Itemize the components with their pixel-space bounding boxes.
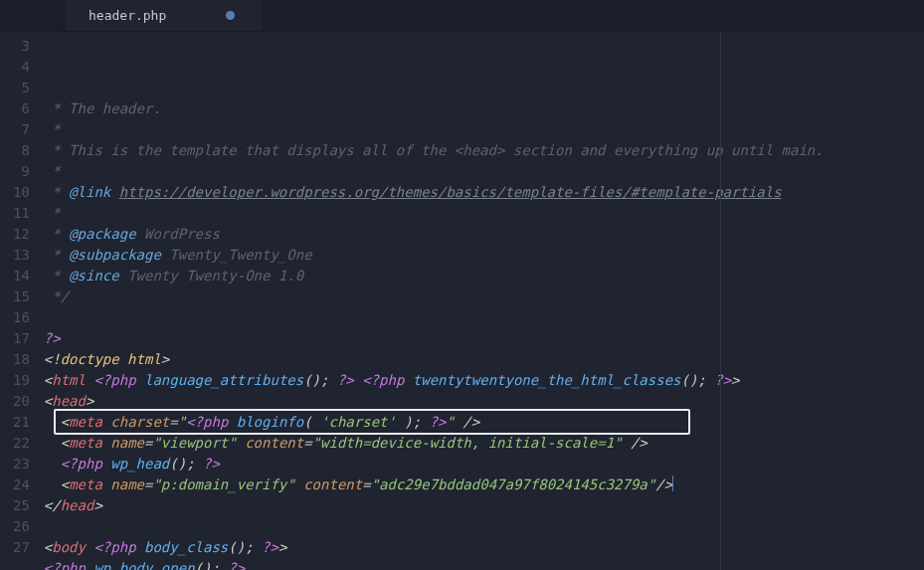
- line-number: 11: [0, 203, 30, 224]
- line-number: 23: [0, 454, 30, 475]
- code-line: *: [44, 161, 924, 182]
- line-number: 13: [0, 245, 30, 266]
- code-line: ?>: [44, 328, 924, 349]
- code-line: *: [44, 119, 924, 140]
- editor-body: 3456789101112131415161718192021222324252…: [0, 32, 924, 570]
- code-line: * @package WordPress: [44, 224, 924, 245]
- dirty-indicator-icon: [226, 11, 235, 20]
- line-number: 20: [0, 391, 30, 412]
- code-line: * @link https://developer.wordpress.org/…: [44, 182, 924, 203]
- code-line: <meta charset="<?php bloginfo( 'charset'…: [44, 412, 924, 433]
- line-number: 6: [0, 98, 30, 119]
- line-number: 7: [0, 119, 30, 140]
- line-number: 18: [0, 349, 30, 370]
- code-line: <!doctype html>: [44, 349, 924, 370]
- file-tab[interactable]: header.php: [65, 0, 264, 31]
- code-line: * The header.: [44, 98, 924, 119]
- code-area[interactable]: * The header. * * This is the template t…: [44, 32, 924, 570]
- code-line: *: [44, 203, 924, 224]
- code-line: <?php wp_body_open(); ?>: [44, 558, 924, 570]
- tab-bar: header.php: [0, 0, 924, 32]
- tab-spacer: [0, 0, 65, 31]
- code-line: <meta name="viewport" content="width=dev…: [44, 433, 924, 454]
- code-line: * @since Twenty Twenty-One 1.0: [44, 266, 924, 286]
- editor-root: header.php 34567891011121314151617181920…: [0, 0, 924, 570]
- line-number: 16: [0, 307, 30, 328]
- line-number: 24: [0, 475, 30, 495]
- code-line: <body <?php body_class(); ?>>: [44, 537, 924, 558]
- line-number: 15: [0, 286, 30, 307]
- line-number: 22: [0, 433, 30, 454]
- line-number: 21: [0, 412, 30, 433]
- code-line: * This is the template that displays all…: [44, 140, 924, 161]
- code-line: <head>: [44, 391, 924, 412]
- ruler-guide: [720, 32, 721, 570]
- code-line: * @subpackage Twenty_Twenty_One: [44, 245, 924, 266]
- line-number: 17: [0, 328, 30, 349]
- tab-bar-rest: [264, 0, 924, 31]
- code-line: <?php wp_head(); ?>: [44, 454, 924, 475]
- line-number-gutter: 3456789101112131415161718192021222324252…: [0, 32, 44, 570]
- line-number: 5: [0, 78, 30, 98]
- line-number: 4: [0, 57, 30, 78]
- code-line: </head>: [44, 495, 924, 516]
- line-number: 12: [0, 224, 30, 245]
- line-number: 3: [0, 36, 30, 57]
- code-line: <html <?php language_attributes(); ?> <?…: [44, 370, 924, 391]
- line-number: 10: [0, 182, 30, 203]
- code-line: [44, 307, 924, 328]
- line-number: 14: [0, 266, 30, 286]
- line-number: 27: [0, 537, 30, 558]
- line-number: 9: [0, 161, 30, 182]
- text-caret: [672, 475, 673, 491]
- code-line: [44, 516, 924, 537]
- code-line: */: [44, 286, 924, 307]
- code-line: <meta name="p:domain_verify" content="ad…: [44, 475, 924, 495]
- line-number: 19: [0, 370, 30, 391]
- line-number: 8: [0, 140, 30, 161]
- line-number: 26: [0, 516, 30, 537]
- line-number: 25: [0, 495, 30, 516]
- tab-filename: header.php: [89, 8, 166, 23]
